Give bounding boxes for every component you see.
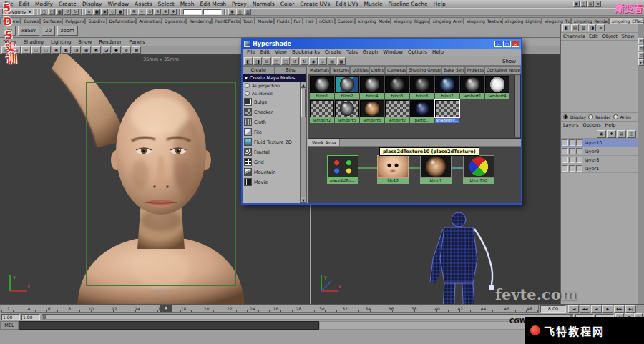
shelf-tab[interactable]: PaintEffects (212, 17, 240, 24)
layer-row[interactable]: layer1 (561, 164, 638, 173)
shelf-tab[interactable]: Polygons (62, 17, 85, 24)
menubar-icon[interactable]: ◫ (580, 1, 587, 7)
snap-icon[interactable]: ⊗ (154, 9, 161, 15)
shader-node[interactable]: blinn7SG (463, 155, 494, 184)
layer-playback-toggle[interactable] (569, 157, 575, 163)
shelf-button[interactable]: xBSW (18, 26, 39, 36)
shelf-tab[interactable]: Dynamics (162, 17, 187, 24)
shelf-tab[interactable]: xingxing_Texture (464, 17, 502, 24)
texture-node-item[interactable]: Mountain (243, 167, 300, 177)
shelf-tab[interactable]: Subdivs (85, 17, 106, 24)
shelf-tab[interactable]: Muscle (255, 17, 274, 24)
sidebar-header-icon[interactable]: ▤ (571, 24, 579, 31)
layer-color-swatch[interactable] (576, 165, 582, 172)
material-swatch[interactable]: lambert1 (460, 76, 484, 99)
render-icon[interactable]: ◎ (236, 9, 243, 15)
work-area-tab[interactable]: Work Area (308, 139, 340, 146)
menu-item[interactable]: Display (79, 1, 105, 7)
hypershade-toolbar-icon[interactable]: ◉ (309, 57, 318, 65)
material-swatch[interactable]: partic... (410, 100, 434, 123)
viewport-toolbar-icon[interactable]: ◪ (102, 46, 111, 54)
material-swatch[interactable]: blinn4 (360, 76, 384, 99)
channel-menu-item[interactable]: Object (602, 34, 618, 39)
hypershade-toolbar-icon[interactable]: ◰ (272, 57, 280, 65)
create-as-option[interactable]: As stencil (243, 89, 300, 97)
hypershade-toolbar-icon[interactable]: ◧ (244, 57, 253, 65)
viewport-toolbar-icon[interactable]: ▩ (132, 46, 141, 54)
hypershade-menu-item[interactable]: Tabs (344, 49, 360, 55)
layer-row[interactable]: layer9 (561, 147, 638, 156)
category-tab[interactable]: Materials (308, 66, 330, 74)
playback-button[interactable]: |◀ (568, 305, 579, 313)
shelf-button[interactable]: zoom (57, 26, 78, 36)
category-tab[interactable]: Textures (330, 66, 351, 74)
panel-menu-item[interactable]: Panels (129, 39, 145, 45)
shader-node[interactable]: place2dTex... (327, 155, 358, 184)
layer-visibility-toggle[interactable] (562, 157, 568, 163)
shelf-tab[interactable]: Rendering (186, 17, 212, 24)
render-icon[interactable]: ◉ (228, 9, 235, 15)
viewport-toolbar-icon[interactable]: ◫ (31, 46, 41, 54)
material-swatch[interactable]: blinn2 (335, 76, 359, 99)
category-tab[interactable]: Cameras (385, 66, 406, 74)
material-swatch[interactable]: lambert4 (485, 76, 509, 99)
menu-item[interactable]: Assets (132, 1, 155, 7)
menu-item[interactable]: Select (155, 1, 177, 7)
layer-playback-toggle[interactable] (569, 139, 575, 146)
panel-menu-item[interactable]: Lighting (51, 39, 71, 45)
snap-icon[interactable]: ⊕ (162, 9, 169, 15)
playback-button[interactable]: ▶| (625, 305, 636, 313)
hypershade-menu-item[interactable]: Edit (258, 49, 273, 55)
create-panel-tab[interactable]: Create (243, 66, 275, 74)
layer-playback-toggle[interactable] (569, 165, 575, 172)
layer-color-swatch[interactable] (576, 139, 582, 146)
layer-color-swatch[interactable] (576, 148, 582, 154)
create-panel-tab[interactable]: Bins (275, 66, 307, 74)
menu-item[interactable]: Edit (16, 1, 33, 7)
hypershade-toolbar-icon[interactable]: ◨ (253, 57, 262, 65)
viewport-toolbar-icon[interactable]: ● (112, 46, 121, 54)
menu-item[interactable]: Pipeline Cache (386, 1, 431, 7)
shelf-tab[interactable]: Fur (291, 17, 303, 24)
category-tab[interactable]: Lights (369, 66, 385, 74)
shelf-tab[interactable]: xingxing_Model (355, 17, 391, 24)
status-field-2[interactable] (203, 9, 222, 15)
status-icon[interactable]: ↺ (64, 9, 71, 15)
sidebar-header-icon[interactable]: ▥ (580, 24, 587, 31)
hypershade-menu-item[interactable]: View (273, 49, 289, 55)
status-field-1[interactable] (183, 9, 202, 15)
shelf-tab[interactable]: Animation (136, 17, 162, 24)
create-as-option[interactable]: As projection (243, 82, 300, 89)
layer-row[interactable]: layer8 (561, 156, 638, 164)
selection-mask-icon[interactable]: ≡ (85, 9, 92, 15)
hypershade-toolbar-icon[interactable]: ↻ (300, 57, 308, 65)
hypershade-toolbar-icon[interactable]: ↺ (291, 57, 299, 65)
viewport-toolbar-icon[interactable]: ▦ (82, 46, 91, 54)
strip-icon[interactable]: ≡ (638, 38, 644, 44)
selection-mask-icon[interactable]: ■ (93, 9, 100, 15)
viewport-toolbar-icon[interactable]: □ (42, 46, 51, 54)
status-icon[interactable]: ◰ (48, 9, 55, 15)
menu-item[interactable]: Create (56, 1, 79, 7)
radio-icon[interactable] (613, 114, 618, 119)
shelf-tab[interactable]: xingxing_Anim (429, 17, 464, 24)
shelf-tab[interactable]: Hair (303, 17, 316, 24)
current-frame-marker[interactable]: 8 (160, 305, 172, 313)
texture-node-item[interactable]: Fractal (243, 147, 300, 157)
shelf-tab[interactable]: Surfaces (40, 17, 62, 24)
selection-mask-icon[interactable]: ▣ (101, 9, 108, 15)
shelf-tab[interactable]: Toon (240, 17, 255, 24)
menu-item[interactable]: Proxy (229, 1, 250, 7)
material-swatch[interactable]: blinn7 (435, 76, 459, 99)
playback-button[interactable]: ▶ (602, 305, 613, 313)
selection-mask-icon[interactable]: ◇ (109, 9, 116, 15)
layer-playback-toggle[interactable] (569, 148, 575, 154)
radio-icon[interactable] (563, 114, 568, 119)
material-swatch[interactable]: blinn5 (385, 76, 409, 99)
layer-toolbar-icon[interactable]: ◫ (627, 130, 636, 138)
hypershade-menu-item[interactable]: Create (323, 49, 343, 55)
hypershade-toolbar-icon[interactable]: ⊞ (263, 57, 271, 65)
sidebar-header-icon[interactable]: ◨ (588, 24, 596, 31)
layer-menu-item[interactable]: Help (605, 122, 616, 128)
render-icon[interactable]: ▥ (244, 9, 251, 15)
